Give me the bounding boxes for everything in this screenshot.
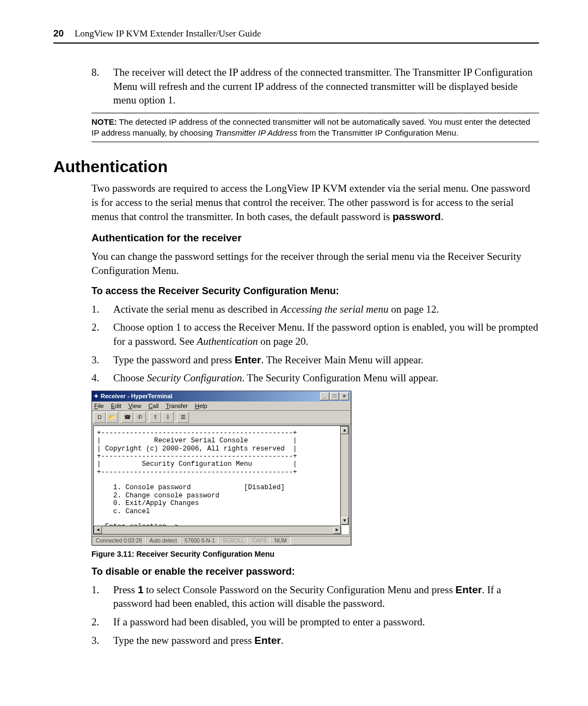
step-text: If a password had been disabled, you wil… xyxy=(113,615,425,629)
proc1-step: 2. Choose option 1 to access the Receive… xyxy=(91,320,539,348)
doc-title: LongView IP KVM Extender Installer/User … xyxy=(75,28,261,39)
subhead-auth-receiver: Authentication for the receiver xyxy=(91,232,539,244)
step-text: The receiver will detect the IP address … xyxy=(113,65,539,107)
note-text-b: from the Transmitter IP Configuration Me… xyxy=(297,128,458,137)
proc2-step: 3. Type the new password and press Enter… xyxy=(91,634,539,648)
step-text: Type the password and press Enter. The R… xyxy=(113,353,424,367)
status-scroll: SCROLL xyxy=(219,537,248,545)
step-number: 2. xyxy=(91,615,105,629)
step-number: 8. xyxy=(91,65,105,107)
menu-help[interactable]: Help xyxy=(195,403,207,409)
auth-intro-bold: password xyxy=(393,211,441,222)
step-number: 3. xyxy=(91,634,105,648)
step-8: 8. The receiver will detect the IP addre… xyxy=(91,65,539,107)
menubar[interactable]: File Edit View Call Transfer Help xyxy=(92,401,351,411)
toolbar: 🗋 📂 ☎ ✆ ⇧ ⇩ ☰ xyxy=(92,411,351,424)
maximize-button[interactable]: □ xyxy=(330,392,339,400)
step-text: Choose Security Configuration. The Secur… xyxy=(113,371,438,385)
window-title: Receiver - HyperTerminal xyxy=(101,393,173,399)
procedure-title-2: To disable or enable the receiver passwo… xyxy=(91,566,539,577)
step-text: Activate the serial menu as described in… xyxy=(113,302,439,317)
page-number: 20 xyxy=(53,28,64,39)
minimize-button[interactable]: _ xyxy=(320,392,329,400)
scroll-up-icon[interactable]: ▲ xyxy=(341,427,348,434)
toolbar-call-icon[interactable]: ☎ xyxy=(121,412,133,423)
status-caps: CAPS xyxy=(248,537,271,545)
procedure-title-1: To access the Receiver Security Configur… xyxy=(91,285,539,297)
menu-file[interactable]: File xyxy=(94,403,104,409)
proc2-step: 2. If a password had been disabled, you … xyxy=(91,615,539,629)
status-connected: Connected 0:03:28 xyxy=(92,537,146,545)
menu-call[interactable]: Call xyxy=(149,403,159,409)
step-number: 1. xyxy=(91,302,105,317)
step-number: 4. xyxy=(91,371,105,385)
menu-edit[interactable]: Edit xyxy=(111,403,121,409)
auth-intro: Two passwords are required to access the… xyxy=(91,181,539,223)
proc1-step: 1. Activate the serial menu as described… xyxy=(91,302,539,317)
hyperterminal-window: ✦ Receiver - HyperTerminal _ □ × File Ed… xyxy=(91,391,351,545)
proc1-step: 4. Choose Security Configuration. The Se… xyxy=(91,371,539,385)
toolbar-receive-icon[interactable]: ⇩ xyxy=(162,412,174,423)
menu-view[interactable]: View xyxy=(128,403,142,409)
toolbar-open-icon[interactable]: 📂 xyxy=(106,412,118,423)
close-button[interactable]: × xyxy=(340,392,349,400)
document-page: 20 LongView IP KVM Extender Installer/Us… xyxy=(0,0,588,706)
subhead-p: You can change the password settings for… xyxy=(91,249,539,277)
step-text: Type the new password and press Enter. xyxy=(113,634,284,648)
step-text: Choose option 1 to access the Receiver M… xyxy=(113,320,539,348)
toolbar-properties-icon[interactable]: ☰ xyxy=(177,412,189,423)
note-italic: Transmitter IP Address xyxy=(215,128,297,137)
scroll-right-icon[interactable]: ► xyxy=(333,526,341,534)
note-box: NOTE: The detected IP address of the con… xyxy=(91,113,539,143)
statusbar: Connected 0:03:28 Auto detect 57600 8-N-… xyxy=(92,536,351,545)
proc2-step: 1. Press 1 to select Console Password on… xyxy=(91,583,539,611)
auth-intro-b: . xyxy=(441,211,444,222)
app-icon: ✦ xyxy=(94,393,99,400)
status-num: NUM xyxy=(271,537,291,545)
step-text: Press 1 to select Console Password on th… xyxy=(113,583,539,611)
window-titlebar: ✦ Receiver - HyperTerminal _ □ × xyxy=(92,391,351,401)
toolbar-new-icon[interactable]: 🗋 xyxy=(94,412,106,423)
status-detect: Auto detect xyxy=(146,537,181,545)
vertical-scrollbar[interactable]: ▲ ▼ xyxy=(340,426,349,525)
menu-transfer[interactable]: Transfer xyxy=(166,403,188,409)
section-heading: Authentication xyxy=(53,157,539,176)
scroll-down-icon[interactable]: ▼ xyxy=(341,517,348,525)
status-baud: 57600 8-N-1 xyxy=(181,537,219,545)
step-number: 2. xyxy=(91,320,105,348)
auth-intro-a: Two passwords are required to access the… xyxy=(91,182,530,222)
scroll-left-icon[interactable]: ◄ xyxy=(94,526,102,534)
toolbar-hangup-icon[interactable]: ✆ xyxy=(134,412,146,423)
note-label: NOTE: xyxy=(91,117,117,126)
page-header: 20 LongView IP KVM Extender Installer/Us… xyxy=(53,28,539,44)
step-number: 3. xyxy=(91,353,105,367)
terminal-output[interactable]: +---------------------------------------… xyxy=(93,425,350,535)
toolbar-send-icon[interactable]: ⇧ xyxy=(149,412,161,423)
step-number: 1. xyxy=(91,583,105,611)
proc1-step: 3. Type the password and press Enter. Th… xyxy=(91,353,539,367)
horizontal-scrollbar[interactable]: ◄ ► xyxy=(94,526,341,534)
figure-caption: Figure 3.11: Receiver Security Configura… xyxy=(91,550,539,558)
